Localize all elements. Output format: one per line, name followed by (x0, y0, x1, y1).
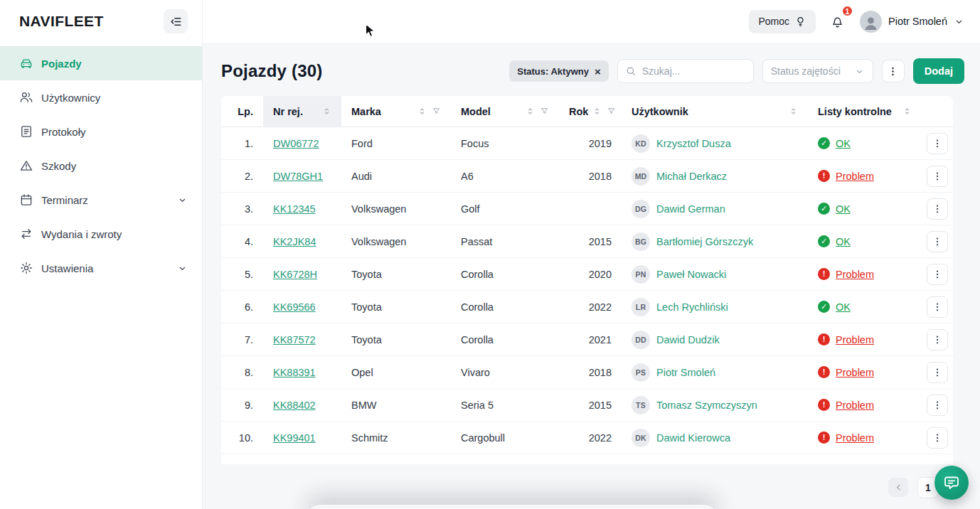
checklist-cell: ✓ OK (808, 203, 922, 215)
user-link[interactable]: Dawid Dudzik (656, 334, 720, 345)
brand-cell: Toyota (341, 334, 451, 345)
registration-link[interactable]: KK2JK84 (273, 236, 316, 247)
notifications-button[interactable]: 1 (829, 12, 847, 31)
column-header-uzytkownik[interactable]: Użytkownik (622, 96, 808, 127)
registration-link[interactable]: KK12345 (273, 203, 316, 215)
registration-link[interactable]: KK99401 (273, 432, 316, 444)
row-actions-button[interactable] (927, 395, 948, 416)
row-actions-button[interactable] (927, 296, 948, 318)
pagination-prev-button[interactable] (888, 478, 908, 497)
filter-icon[interactable] (607, 107, 616, 116)
user-avatar: PS (632, 363, 650, 382)
chevron-down-icon (954, 16, 964, 27)
checklist-status-link[interactable]: OK (836, 301, 851, 313)
row-actions-button[interactable] (927, 362, 948, 383)
status-zajetosci-select[interactable]: Status zajętości (762, 59, 873, 83)
sidebar-item-terminarz[interactable]: Terminarz (0, 183, 202, 217)
sidebar-item-pojazdy[interactable]: Pojazdy (0, 46, 202, 80)
brand-cell: Audi (341, 171, 451, 182)
checklist-status-link[interactable]: OK (836, 203, 851, 215)
checklist-cell: ! Problem (808, 333, 922, 345)
user-link[interactable]: Bartłomiej Górszczyk (656, 236, 753, 247)
sidebar-collapse-button[interactable] (164, 9, 188, 33)
checklist-status-link[interactable]: Problem (836, 367, 874, 378)
vehicles-table: Lp. Nr rej. Marka Model (221, 96, 953, 464)
user-link[interactable]: Michał Derkacz (656, 171, 727, 182)
sidebar-item-szkody[interactable]: Szkody (0, 149, 202, 183)
row-actions-button[interactable] (927, 231, 948, 252)
user-link[interactable]: Tomasz Szymczyszyn (656, 400, 757, 411)
registration-cell: KK6728H (263, 269, 341, 280)
row-index: 8. (221, 367, 263, 378)
user-cell: LR Lech Rychliński (622, 298, 808, 316)
help-button[interactable]: Pomoc (749, 10, 816, 33)
sidebar-item-wydania-i-zwroty[interactable]: Wydania i zwroty (0, 217, 202, 251)
row-actions-button[interactable] (927, 329, 948, 350)
user-link[interactable]: Paweł Nowacki (656, 269, 726, 280)
table-row: 2. DW78GH1 Audi A6 2018 MD Michał Derkac… (221, 160, 953, 193)
checklist-status-link[interactable]: OK (836, 236, 851, 247)
chip-close-icon[interactable]: × (595, 66, 601, 77)
user-link[interactable]: Lech Rychliński (656, 301, 728, 313)
checklist-status-link[interactable]: Problem (836, 171, 874, 182)
user-link[interactable]: Dawid German (656, 203, 725, 215)
notification-badge: 1 (841, 5, 853, 17)
user-cell: DG Dawid German (622, 200, 808, 218)
swap-arrows-icon (19, 227, 33, 241)
exclamation-circle-icon: ! (818, 268, 830, 280)
sort-icon (526, 107, 535, 116)
sidebar-item-uzytkownicy[interactable]: Użytkownicy (0, 80, 202, 114)
registration-link[interactable]: KK87572 (273, 334, 316, 345)
actions-cell (922, 427, 953, 449)
filter-icon[interactable] (540, 107, 549, 116)
registration-link[interactable]: DW06772 (273, 138, 319, 149)
column-header-nr-rej[interactable]: Nr rej. (263, 96, 341, 127)
filter-icon[interactable] (432, 107, 441, 116)
column-header-rok[interactable]: Rok (559, 96, 622, 127)
kebab-icon (932, 301, 943, 313)
user-menu[interactable]: Piotr Smoleń (860, 11, 964, 33)
row-actions-button[interactable] (927, 133, 948, 154)
registration-link[interactable]: KK88402 (273, 400, 316, 411)
row-actions-button[interactable] (927, 198, 948, 220)
checklist-status-link[interactable]: Problem (836, 334, 874, 345)
row-actions-button[interactable] (927, 264, 948, 285)
more-options-button[interactable] (882, 60, 905, 82)
status-filter-chip[interactable]: Status: Aktywny × (509, 60, 608, 82)
user-link[interactable]: Piotr Smoleń (656, 367, 715, 378)
registration-link[interactable]: DW78GH1 (273, 171, 323, 182)
exclamation-circle-icon: ! (818, 399, 830, 411)
sidebar-header: NAVIFLEET (0, 0, 202, 43)
user-avatar: KD (632, 134, 650, 153)
check-circle-icon: ✓ (818, 301, 830, 313)
sidebar-item-protokoly[interactable]: Protokoły (0, 114, 202, 149)
column-header-listy-kontrolne[interactable]: Listy kontrolne (808, 96, 922, 127)
table-row: 6. KK69566 Toyota Corolla 2022 LR Lech R… (221, 291, 953, 323)
sort-icon (789, 107, 798, 116)
column-header-marka[interactable]: Marka (341, 96, 451, 127)
add-button[interactable]: Dodaj (913, 58, 964, 84)
year-cell: 2022 (559, 432, 622, 444)
registration-link[interactable]: KK6728H (273, 269, 317, 280)
toolbar: Status: Aktywny × Status zajętości Do (509, 58, 964, 84)
registration-link[interactable]: KK69566 (273, 301, 316, 313)
table-header: Lp. Nr rej. Marka Model (221, 96, 953, 127)
column-header-model[interactable]: Model (451, 96, 559, 127)
registration-link[interactable]: KK88391 (273, 367, 316, 378)
row-index: 9. (221, 400, 263, 411)
row-index: 3. (221, 203, 263, 215)
sidebar-item-ustawienia[interactable]: Ustawienia (0, 251, 202, 285)
chat-launcher-button[interactable] (934, 466, 969, 500)
checklist-status-link[interactable]: Problem (836, 432, 874, 444)
checklist-status-link[interactable]: OK (836, 138, 851, 149)
checklist-status-link[interactable]: Problem (836, 269, 874, 280)
user-cell: TS Tomasz Szymczyszyn (622, 396, 808, 414)
user-link[interactable]: Dawid Kierowca (656, 432, 730, 444)
row-actions-button[interactable] (927, 166, 948, 187)
user-link[interactable]: Krzysztof Dusza (656, 138, 731, 149)
checklist-cell: ! Problem (808, 268, 922, 280)
search-input[interactable] (642, 65, 746, 77)
model-cell: Vivaro (451, 367, 559, 378)
row-actions-button[interactable] (927, 427, 948, 449)
checklist-status-link[interactable]: Problem (836, 400, 874, 411)
